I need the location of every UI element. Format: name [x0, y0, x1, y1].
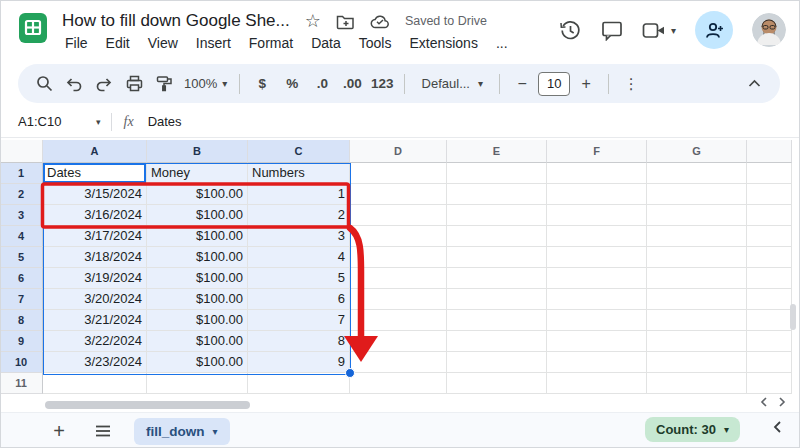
row-header-1[interactable]: 1	[0, 163, 43, 184]
scroll-left-icon[interactable]	[760, 397, 768, 407]
font-select[interactable]: Defaul... ▾	[413, 76, 491, 91]
cell-D11[interactable]	[350, 373, 447, 394]
cell-D4[interactable]	[350, 226, 447, 247]
paint-format-icon[interactable]	[150, 70, 178, 98]
cell-B5[interactable]: $100.00	[147, 247, 248, 268]
row-header-7[interactable]: 7	[0, 289, 43, 310]
cell-C9[interactable]: 8	[248, 331, 350, 352]
sheet-tab-fill-down[interactable]: fill_down ▾	[134, 418, 230, 445]
cell-E11[interactable]	[447, 373, 547, 394]
cell-D3[interactable]	[350, 205, 447, 226]
cell-D9[interactable]	[350, 331, 447, 352]
open-side-panel-icon[interactable]	[773, 421, 782, 433]
cell-A7[interactable]: 3/20/2024	[43, 289, 147, 310]
row-header-3[interactable]: 3	[0, 205, 43, 226]
menu-view[interactable]: View	[139, 33, 187, 53]
menu-extensions[interactable]: Extensions	[400, 33, 486, 53]
cell-H4[interactable]	[747, 226, 792, 247]
cell-E6[interactable]	[447, 268, 547, 289]
cell-H10[interactable]	[747, 352, 792, 373]
cell-A3[interactable]: 3/16/2024	[43, 205, 147, 226]
sheet-tab-caret-icon[interactable]: ▾	[213, 426, 218, 437]
cell-A5[interactable]: 3/18/2024	[43, 247, 147, 268]
move-folder-icon[interactable]	[336, 13, 355, 30]
cell-E8[interactable]	[447, 310, 547, 331]
cell-F4[interactable]	[547, 226, 647, 247]
comments-icon[interactable]	[601, 20, 623, 41]
decrease-decimal-button[interactable]: .0	[308, 70, 336, 98]
row-header-9[interactable]: 9	[0, 331, 43, 352]
cell-G1[interactable]	[647, 163, 747, 184]
menu-tools[interactable]: Tools	[350, 33, 401, 53]
cell-D10[interactable]	[350, 352, 447, 373]
increase-decimal-button[interactable]: .00	[338, 70, 366, 98]
column-header-C[interactable]: C	[248, 140, 350, 163]
cell-C5[interactable]: 4	[248, 247, 350, 268]
column-header-E[interactable]: E	[447, 140, 547, 163]
version-history-icon[interactable]	[559, 19, 582, 42]
cell-C4[interactable]: 3	[248, 226, 350, 247]
cell-B10[interactable]: $100.00	[147, 352, 248, 373]
cell-F8[interactable]	[547, 310, 647, 331]
row-header-4[interactable]: 4	[0, 226, 43, 247]
cell-E1[interactable]	[447, 163, 547, 184]
meet-caret-icon[interactable]: ▾	[671, 25, 676, 36]
undo-icon[interactable]	[60, 70, 88, 98]
cell-H7[interactable]	[747, 289, 792, 310]
fill-handle[interactable]	[345, 368, 355, 378]
cell-B2[interactable]: $100.00	[147, 184, 248, 205]
cell-F2[interactable]	[547, 184, 647, 205]
all-sheets-icon[interactable]	[90, 418, 116, 444]
column-header-G[interactable]: G	[647, 140, 747, 163]
meet-video-icon[interactable]: ▾	[642, 22, 676, 39]
cell-G7[interactable]	[647, 289, 747, 310]
cell-G10[interactable]	[647, 352, 747, 373]
cell-A10[interactable]: 3/23/2024	[43, 352, 147, 373]
cell-H9[interactable]	[747, 331, 792, 352]
cell-F6[interactable]	[547, 268, 647, 289]
cell-G8[interactable]	[647, 310, 747, 331]
menu-insert[interactable]: Insert	[187, 33, 240, 53]
cell-B1[interactable]: Money	[147, 163, 248, 184]
menu-overflow[interactable]: ...	[487, 33, 517, 53]
increase-font-size-button[interactable]: +	[572, 70, 600, 98]
cell-A2[interactable]: 3/15/2024	[43, 184, 147, 205]
select-all-corner[interactable]	[0, 140, 43, 163]
column-header-A[interactable]: A	[43, 140, 147, 163]
cell-H11[interactable]	[747, 373, 792, 394]
cell-F10[interactable]	[547, 352, 647, 373]
cell-C1[interactable]: Numbers	[248, 163, 350, 184]
cell-B6[interactable]: $100.00	[147, 268, 248, 289]
cell-H6[interactable]	[747, 268, 792, 289]
redo-icon[interactable]	[90, 70, 118, 98]
cell-H1[interactable]	[747, 163, 792, 184]
share-button[interactable]	[695, 11, 733, 49]
cell-B3[interactable]: $100.00	[147, 205, 248, 226]
format-currency-button[interactable]: $	[248, 70, 276, 98]
cell-D1[interactable]	[350, 163, 447, 184]
cell-A11[interactable]	[43, 373, 147, 394]
cell-B7[interactable]: $100.00	[147, 289, 248, 310]
search-icon[interactable]	[30, 70, 58, 98]
count-badge[interactable]: Count: 30 ▾	[645, 417, 740, 442]
row-header-8[interactable]: 8	[0, 310, 43, 331]
cell-C10[interactable]: 9	[248, 352, 350, 373]
column-header-B[interactable]: B	[147, 140, 248, 163]
cell-H8[interactable]	[747, 310, 792, 331]
account-avatar[interactable]	[752, 13, 786, 47]
star-icon[interactable]: ☆	[305, 12, 321, 30]
row-header-5[interactable]: 5	[0, 247, 43, 268]
cell-F1[interactable]	[547, 163, 647, 184]
cell-D8[interactable]	[350, 310, 447, 331]
cell-E2[interactable]	[447, 184, 547, 205]
cell-G5[interactable]	[647, 247, 747, 268]
cell-D6[interactable]	[350, 268, 447, 289]
cell-F11[interactable]	[547, 373, 647, 394]
cell-F3[interactable]	[547, 205, 647, 226]
cell-C11[interactable]	[248, 373, 350, 394]
cell-B9[interactable]: $100.00	[147, 331, 248, 352]
row-header-11[interactable]: 11	[0, 373, 43, 394]
formula-input[interactable]: Dates	[148, 114, 182, 129]
menu-data[interactable]: Data	[302, 33, 350, 53]
cell-F7[interactable]	[547, 289, 647, 310]
